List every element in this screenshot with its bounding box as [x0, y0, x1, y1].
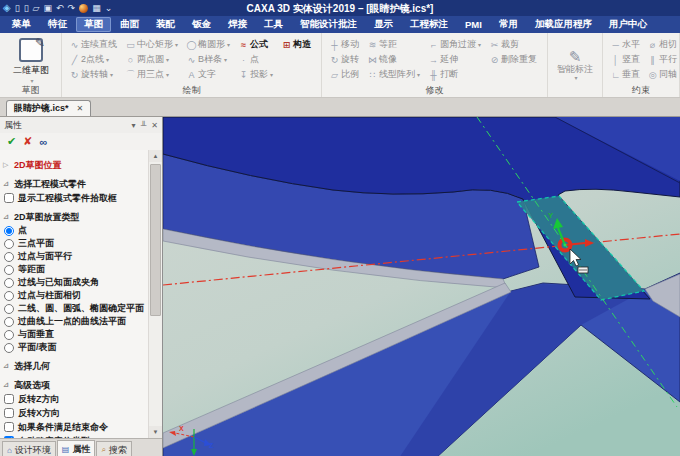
menu-tab-welding[interactable]: 焊接 — [220, 17, 255, 32]
menu-tab-common[interactable]: 常用 — [491, 17, 526, 32]
panel-pin-icon[interactable]: ╨ — [141, 121, 147, 130]
close-icon[interactable]: ✕ — [77, 104, 84, 113]
parallel-button[interactable]: ∥平行 — [645, 52, 680, 67]
render-sphere-icon[interactable] — [79, 4, 88, 13]
plane-surface-radio[interactable]: 平面/表面 — [3, 341, 148, 354]
show-pickbox-checkbox[interactable] — [4, 193, 14, 203]
document-tab[interactable]: 眼睛护镜.ics* ✕ — [6, 100, 91, 116]
tangent-cylinder-radio[interactable] — [4, 291, 14, 301]
menu-tab-pmi[interactable]: PMI — [457, 18, 490, 31]
curve-normal-plane-radio[interactable]: 过曲线上一点的曲线法平面 — [3, 315, 148, 328]
menu-tab-drafting[interactable]: 工程标注 — [402, 17, 456, 32]
scroll-down-icon[interactable]: ▼ — [149, 426, 162, 438]
confirm-icon[interactable]: ✔ — [7, 135, 16, 148]
expander-icon[interactable]: ⊿ — [3, 381, 14, 389]
panel-close-icon[interactable]: ✕ — [151, 121, 158, 130]
break-button[interactable]: ╫打断 — [426, 67, 483, 82]
end-on-condition-checkbox[interactable]: 如果条件满足结束命令 — [3, 420, 148, 434]
menu-tab-feature[interactable]: 特征 — [40, 17, 75, 32]
extend-button[interactable]: →延伸 — [426, 52, 483, 67]
perpendicular-button[interactable]: ∟垂直 — [608, 67, 643, 82]
ellipse-button[interactable]: ◯椭圆形▾ — [184, 37, 232, 52]
menu-tab-surface[interactable]: 曲面 — [112, 17, 147, 32]
rotate-button[interactable]: ↻旋转 — [327, 52, 361, 67]
linear-pattern-button[interactable]: ∷线型阵列▾ — [365, 67, 422, 82]
point-button[interactable]: ·点 — [236, 52, 275, 67]
line-angle-plane-radio[interactable]: 过线与已知面成夹角 — [3, 276, 148, 289]
delete-duplicate-button[interactable]: ⊘删除重复 — [487, 52, 539, 67]
move-button[interactable]: ┼移动 — [327, 37, 361, 52]
appearance-icon[interactable]: ▦ — [92, 0, 101, 16]
menu-tab-menu[interactable]: 菜单 — [4, 17, 39, 32]
flip-x-checkbox[interactable] — [4, 408, 14, 418]
scrollbar-thumb[interactable] — [150, 164, 161, 316]
fillet-button[interactable]: ⌐圆角过渡▾ — [426, 37, 483, 52]
sketch-position-link[interactable]: ▷2D草图位置 — [3, 158, 148, 172]
viewport-3d[interactable]: Y X Z — [163, 117, 680, 456]
two-point-circle-button[interactable]: ○两点圆▾ — [123, 52, 180, 67]
parallel-through-point-radio[interactable] — [4, 252, 14, 262]
menu-tab-sketch[interactable]: 草图 — [76, 17, 111, 32]
new-file-icon[interactable]: ▯ — [15, 0, 20, 16]
curve-normal-plane-radio[interactable] — [4, 317, 14, 327]
perpendicular-face-radio[interactable]: 与面垂直 — [3, 328, 148, 341]
tangent-cylinder-radio[interactable]: 过点与柱面相切 — [3, 289, 148, 302]
point-radio[interactable] — [4, 226, 14, 236]
placement-type-section[interactable]: ⊿2D草图放置类型 — [3, 210, 148, 224]
save-icon[interactable]: ▣ — [44, 0, 53, 16]
select-geometry-section[interactable]: ⊿选择几何 — [3, 359, 148, 373]
flip-z-checkbox[interactable]: 反转Z方向 — [3, 392, 148, 406]
by-three-points-button[interactable]: ⌒用三点▾ — [123, 67, 180, 82]
menu-tab-sheet-metal[interactable]: 钣金 — [184, 17, 219, 32]
scrollbar-track[interactable] — [149, 162, 162, 426]
more-icon[interactable]: ⌄ — [105, 0, 113, 16]
tangent-button[interactable]: ⌀相切 — [645, 37, 680, 52]
two-lines-plane-radio[interactable]: 二线、圆、圆弧、椭圆确定平面 — [3, 302, 148, 315]
sketch-2d-button[interactable]: ✎ 二维草图 ▾ — [5, 37, 57, 84]
flip-x-checkbox[interactable]: 反转X方向 — [3, 406, 148, 420]
expander-icon[interactable]: ⊿ — [3, 362, 14, 370]
close-file-icon[interactable]: ▯ — [24, 0, 29, 16]
b-spline-button[interactable]: ∿B样条▾ — [184, 52, 232, 67]
line-angle-plane-radio[interactable] — [4, 278, 14, 288]
expander-icon[interactable]: ⊿ — [3, 180, 14, 188]
undo-icon[interactable]: ↶ — [56, 0, 64, 16]
menu-tab-user-center[interactable]: 用户中心 — [601, 17, 655, 32]
center-rect-button[interactable]: ▭中心矩形▾ — [123, 37, 180, 52]
horizontal-button[interactable]: ─水平 — [608, 37, 643, 52]
panel-dropdown-icon[interactable]: ▾ — [132, 121, 136, 130]
scroll-up-icon[interactable]: ▲ — [149, 150, 162, 162]
cancel-icon[interactable]: ✘ — [23, 135, 32, 148]
menu-tab-tools[interactable]: 工具 — [256, 17, 291, 32]
menu-tab-add-ins[interactable]: 加载应用程序 — [527, 17, 600, 32]
three-point-plane-radio[interactable]: 三点平面 — [3, 237, 148, 250]
plane-surface-radio[interactable] — [4, 343, 14, 353]
point-radio[interactable]: 点 — [3, 224, 148, 237]
panel-tab-search[interactable]: ⌕搜索 — [96, 441, 131, 456]
parallel-through-point-radio[interactable]: 过点与面平行 — [3, 250, 148, 263]
three-point-plane-radio[interactable] — [4, 239, 14, 249]
end-on-condition-checkbox[interactable] — [4, 422, 14, 432]
mirror-button[interactable]: ⋈镜像 — [365, 52, 422, 67]
formula-button[interactable]: ≈公式 — [236, 37, 275, 52]
viewport-canvas[interactable]: Y X Z — [163, 117, 680, 456]
preview-glasses-icon[interactable]: ∞ — [39, 136, 47, 148]
open-folder-icon[interactable]: ▱ — [33, 0, 40, 16]
redo-icon[interactable]: ↷ — [68, 0, 76, 16]
text-button[interactable]: A文字 — [184, 67, 232, 82]
smart-dimension-button[interactable]: ✎ 智能标注 ▾ — [548, 33, 603, 97]
expander-icon[interactable]: ▷ — [3, 161, 14, 169]
continuous-line-button[interactable]: ∿连续直线 — [67, 37, 119, 52]
vertical-button[interactable]: │竖直 — [608, 52, 643, 67]
offset-plane-radio[interactable]: 等距面 — [3, 263, 148, 276]
advanced-options-section[interactable]: ⊿高级选项 — [3, 378, 148, 392]
concentric-button[interactable]: ◎同轴 — [645, 67, 680, 82]
construct-button[interactable]: ⊞构造 — [279, 37, 313, 52]
expander-icon[interactable]: ⊿ — [3, 213, 14, 221]
app-logo-icon[interactable]: ◈ — [3, 0, 11, 16]
menu-tab-assembly[interactable]: 装配 — [148, 17, 183, 32]
select-part-section[interactable]: ⊿选择工程模式零件 — [3, 177, 148, 191]
scale-button[interactable]: ▱比例 — [327, 67, 361, 82]
menu-tab-smart-design-annotation[interactable]: 智能设计批注 — [292, 17, 365, 32]
panel-scrollbar[interactable]: ▲ ▼ — [148, 150, 162, 438]
